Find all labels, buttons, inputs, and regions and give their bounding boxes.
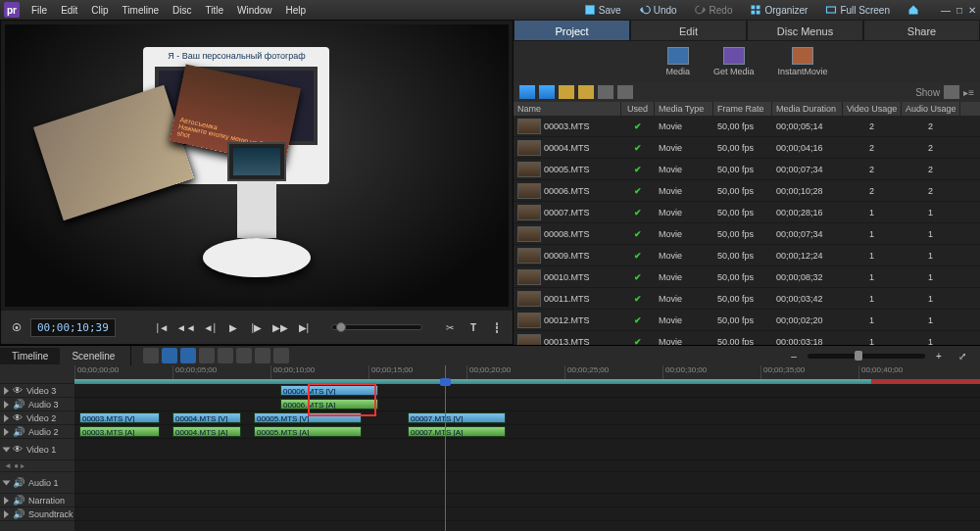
timeline-clip[interactable]: 00007.MTS [V]	[408, 412, 506, 423]
track-v2[interactable]: 👁Video 2	[0, 411, 74, 425]
media-row[interactable]: 00011.MTS ✔ Movie 50,00 fps 00;00;03;42 …	[514, 288, 980, 310]
timeline-clip[interactable]: 00006.MTS [V]	[280, 385, 378, 396]
track-narration[interactable]: 🔊Narration	[0, 494, 74, 507]
step-fwd-icon[interactable]: ▶▶	[270, 317, 290, 337]
minimize-icon[interactable]: —	[941, 5, 951, 16]
icon-view-icon[interactable]	[539, 85, 555, 99]
frame-fwd-icon[interactable]: |▶	[247, 317, 267, 337]
time-ruler[interactable]: 00;00;00;0000;00;05;0000;00;10;0000;00;1…	[74, 365, 980, 379]
home-icon[interactable]	[904, 3, 923, 17]
save-button[interactable]: Save	[580, 3, 625, 17]
timeline-clip[interactable]: 00004.MTS [A]	[172, 426, 241, 437]
media-row[interactable]: 00012.MTS ✔ Movie 50,00 fps 00;00;02;20 …	[514, 310, 980, 331]
speaker-icon[interactable]: 🔊	[13, 399, 24, 410]
speaker-icon[interactable]: 🔊	[13, 495, 24, 506]
timeline-clip[interactable]: 00005.MTS [A]	[254, 426, 362, 437]
eye-icon[interactable]: 👁	[13, 385, 23, 396]
eye-icon[interactable]: 👁	[13, 444, 23, 455]
track-a1[interactable]: 🔊Audio 1	[0, 472, 74, 494]
tab-sceneline[interactable]: Sceneline	[60, 348, 126, 364]
timeline-clip[interactable]: 00003.MTS [A]	[79, 426, 160, 437]
menu-file[interactable]: File	[25, 3, 53, 18]
media-shortcut[interactable]: Media	[665, 47, 690, 76]
media-list[interactable]: 00003.MTS ✔ Movie 50,00 fps 00;00;05;14 …	[514, 116, 980, 345]
panel-tab-project[interactable]: Project	[514, 20, 630, 41]
fullscreen-button[interactable]: Full Screen	[821, 3, 894, 17]
playhead[interactable]	[445, 365, 446, 531]
menu-help[interactable]: Help	[280, 3, 313, 18]
media-row[interactable]: 00004.MTS ✔ Movie 50,00 fps 00;00;04;16 …	[514, 137, 980, 159]
menu-edit[interactable]: Edit	[55, 3, 83, 18]
panel-tab-share[interactable]: Share	[863, 20, 980, 41]
split-clip-icon[interactable]: ✂	[440, 317, 460, 337]
timeline-clip[interactable]: 00005.MTS [V]	[254, 412, 362, 423]
show-filter-icon[interactable]	[944, 85, 959, 99]
media-row[interactable]: 00009.MTS ✔ Movie 50,00 fps 00;00;12;24 …	[514, 245, 980, 266]
track-a3[interactable]: 🔊Audio 3	[0, 398, 74, 411]
media-row[interactable]: 00008.MTS ✔ Movie 50,00 fps 00;00;07;34 …	[514, 223, 980, 245]
tl-tool-7[interactable]	[255, 348, 270, 363]
redo-button[interactable]: Redo	[691, 3, 737, 17]
timeline-clip[interactable]: 00003.MTS [V]	[79, 412, 160, 423]
goto-end-icon[interactable]: ▶|	[294, 317, 314, 337]
tl-tool-8[interactable]	[273, 348, 289, 363]
undo-button[interactable]: Undo	[635, 3, 681, 17]
title-icon[interactable]: T	[464, 317, 483, 337]
timecode[interactable]: 00;00;10;39	[30, 318, 116, 337]
timeline-clip[interactable]: 00004.MTS [V]	[172, 412, 241, 423]
media-row[interactable]: 00013.MTS ✔ Movie 50,00 fps 00;00;03;18 …	[514, 331, 980, 345]
timeline-clip[interactable]: 00006.MTS [A]	[280, 399, 378, 410]
speaker-icon[interactable]: 🔊	[13, 426, 24, 437]
media-row[interactable]: 00005.MTS ✔ Movie 50,00 fps 00;00;07;34 …	[514, 159, 980, 180]
tl-tool-6[interactable]	[236, 348, 252, 363]
track-a2[interactable]: 🔊Audio 2	[0, 425, 74, 439]
panel-tab-edit[interactable]: Edit	[630, 20, 747, 41]
preview-canvas[interactable]: Я - Ваш персональный фотограф Автосъемка…	[5, 24, 509, 307]
track-v3[interactable]: 👁Video 3	[0, 384, 74, 398]
capture-icon[interactable]: ⦿	[7, 317, 26, 337]
tl-tool-1[interactable]	[143, 348, 159, 363]
eye-icon[interactable]: 👁	[13, 412, 23, 423]
menu-timeline[interactable]: Timeline	[117, 3, 165, 18]
maximize-icon[interactable]: □	[956, 5, 962, 16]
menu-window[interactable]: Window	[231, 3, 278, 18]
zoom-in-icon[interactable]: +	[929, 346, 949, 365]
organizer-button[interactable]: Organizer	[746, 3, 811, 17]
media-row[interactable]: 00007.MTS ✔ Movie 50,00 fps 00;00;28;16 …	[514, 202, 980, 223]
menu-clip[interactable]: Clip	[85, 3, 114, 18]
zoom-out-icon[interactable]: –	[784, 346, 804, 365]
play-icon[interactable]: ▶	[223, 317, 243, 337]
panel-tab-disc-menus[interactable]: Disc Menus	[747, 20, 863, 41]
tl-tool-4[interactable]	[199, 348, 215, 363]
shuttle-slider[interactable]	[331, 324, 422, 330]
tab-timeline[interactable]: Timeline	[0, 348, 60, 364]
zoom-slider[interactable]	[808, 354, 925, 359]
track-soundtrack[interactable]: 🔊Soundtrack	[0, 507, 74, 521]
get-media-shortcut[interactable]: Get Media	[713, 47, 755, 76]
timeline-clip[interactable]: 00007.MTS [A]	[408, 426, 506, 437]
instantmovie-shortcut[interactable]: InstantMovie	[778, 47, 828, 76]
new-item-icon[interactable]	[578, 85, 594, 99]
tl-tool-2[interactable]	[162, 348, 177, 363]
find-icon[interactable]	[617, 85, 633, 99]
speaker-icon[interactable]: 🔊	[13, 508, 24, 519]
media-row[interactable]: 00010.MTS ✔ Movie 50,00 fps 00;00;08;32 …	[514, 266, 980, 288]
new-folder-icon[interactable]	[559, 85, 574, 99]
delete-icon[interactable]	[598, 85, 613, 99]
zoom-fit-icon[interactable]: ⤢	[953, 346, 972, 365]
speaker-icon[interactable]: 🔊	[13, 477, 24, 488]
goto-start-icon[interactable]: |◄	[153, 317, 172, 337]
media-row[interactable]: 00006.MTS ✔ Movie 50,00 fps 00;00;10;28 …	[514, 180, 980, 202]
step-back-icon[interactable]: ◄◄	[176, 317, 196, 337]
timeline-tracks[interactable]: 00;00;00;0000;00;05;0000;00;10;0000;00;1…	[74, 365, 980, 531]
close-icon[interactable]: ✕	[968, 5, 976, 16]
list-view-icon[interactable]	[519, 85, 535, 99]
tl-tool-5[interactable]	[218, 348, 233, 363]
tl-tool-3[interactable]	[180, 348, 196, 363]
panel-menu-icon[interactable]: ▸≡	[963, 87, 974, 98]
track-v1[interactable]: 👁Video 1	[0, 439, 74, 460]
marker-icon[interactable]: ┇	[487, 317, 507, 337]
menu-disc[interactable]: Disc	[167, 3, 197, 18]
frame-back-icon[interactable]: ◄|	[200, 317, 220, 337]
menu-title[interactable]: Title	[199, 3, 229, 18]
